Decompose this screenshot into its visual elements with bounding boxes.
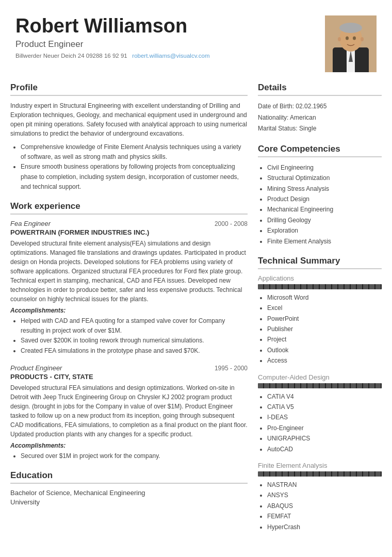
list-item: Microsoft Word xyxy=(267,292,382,303)
list-item: Structural Optimization xyxy=(267,173,382,183)
list-item: Ensure smooth business operations by fol… xyxy=(21,162,248,192)
list-item: Mining Stress Analysis xyxy=(267,184,382,194)
fea-list: NASTRAN ANSYS ABAQUS FEMFAT HyperCrash xyxy=(258,480,382,532)
accomplishments-list-1: Helped with CAD and FEA quoting for a st… xyxy=(10,316,248,356)
detail-dob: Date of Birth: 02.02.1965 xyxy=(258,101,382,112)
left-column: Profile Industry expert in Structural En… xyxy=(10,83,248,547)
candidate-name: Robert Williamson xyxy=(15,15,209,37)
fea-title: Finite Element Analysis xyxy=(258,462,382,469)
candidate-contact: Billwerder Neuer Deich 24 09288 16 92 91… xyxy=(15,53,209,59)
job-desc-1: Developed structural finite element anal… xyxy=(10,239,248,304)
core-competencies-section: Core Competencies Civil Engineering Stru… xyxy=(258,144,382,247)
cad-list: CATIA V4 CATIA V5 I-DEAS Pro-Engineer UN… xyxy=(258,391,382,454)
list-item: Exploration xyxy=(267,225,382,236)
svg-point-7 xyxy=(353,37,356,40)
detail-nationality: Nationality: American xyxy=(258,112,382,124)
detail-marital: Marital Status: Single xyxy=(258,123,382,135)
education-section: Education Bachelor of Science, Mechanica… xyxy=(10,470,248,506)
list-item: Civil Engineering xyxy=(267,162,382,173)
list-item: NASTRAN xyxy=(267,480,382,490)
profile-title: Profile xyxy=(10,83,248,96)
job-title-2: Product Engineer xyxy=(10,364,62,372)
list-item: UNIGRAPHICS xyxy=(267,433,382,444)
list-item: AutoCAD xyxy=(267,444,382,454)
cad-title: Computer-Aided Design xyxy=(258,373,382,381)
list-item: Pro-Engineer xyxy=(267,423,382,433)
details-title: Details xyxy=(258,83,382,96)
company-name-1: POWERTRAIN (FORMER INDUSTRIES INC.) xyxy=(10,228,248,236)
resume-page: Robert Williamson Product Engineer Billw… xyxy=(0,0,392,557)
technical-summary-section: Technical Summary Applications Microsoft… xyxy=(258,256,382,532)
accomplishments-list-2: Secured over $1M in project work for the… xyxy=(10,451,248,461)
svg-point-8 xyxy=(338,37,341,41)
list-item: Comprehensive knowledge of Finite Elemen… xyxy=(21,142,248,162)
applications-skill-bar xyxy=(258,284,382,289)
work-experience-title: Work experience xyxy=(10,201,248,215)
list-item: Mechanical Engineering xyxy=(267,204,382,215)
contact-address: Billwerder Neuer Deich 24 09288 16 92 91 xyxy=(15,53,127,59)
list-item: Outlook xyxy=(267,345,382,355)
job-title-1: Fea Engineer xyxy=(10,220,51,227)
job-dates-2: 1995 - 2000 xyxy=(215,365,248,372)
edu-degree: Bachelor of Science, Mechanical Engineer… xyxy=(10,489,248,497)
profile-bullets: Comprehensive knowledge of Finite Elemen… xyxy=(10,142,248,192)
list-item: FEMFAT xyxy=(267,511,382,521)
svg-point-6 xyxy=(346,37,349,40)
job-entry-1: Fea Engineer 2000 - 2008 POWERTRAIN (FOR… xyxy=(10,220,248,356)
accomplishments-title-1: Accomplishments: xyxy=(10,307,248,314)
list-item: CATIA V4 xyxy=(267,391,382,402)
list-item: ABAQUS xyxy=(267,501,382,511)
core-competencies-title: Core Competencies xyxy=(258,144,382,157)
list-item: ANSYS xyxy=(267,490,382,500)
svg-point-5 xyxy=(339,23,362,33)
job-header-2: Product Engineer 1995 - 2000 xyxy=(10,364,248,372)
competencies-list: Civil Engineering Structural Optimizatio… xyxy=(258,162,382,247)
applications-subsection: Applications Microsoft Word Excel PowerP… xyxy=(258,274,382,366)
svg-point-9 xyxy=(361,37,364,41)
profile-text: Industry expert in Structural Engineerin… xyxy=(10,101,248,138)
contact-email[interactable]: robert.williams@visualcv.com xyxy=(132,53,209,59)
fea-skill-bar xyxy=(258,471,382,477)
list-item: Project xyxy=(267,334,382,345)
list-item: Excel xyxy=(267,303,382,313)
job-entry-2: Product Engineer 1995 - 2000 PRODUCTS - … xyxy=(10,364,248,461)
details-list: Date of Birth: 02.02.1965 Nationality: A… xyxy=(258,101,382,135)
profile-section: Profile Industry expert in Structural En… xyxy=(10,83,248,192)
job-dates-1: 2000 - 2008 xyxy=(215,220,248,227)
list-item: Publisher xyxy=(267,324,382,334)
cad-subsection: Computer-Aided Design CATIA V4 CATIA V5 … xyxy=(258,373,382,454)
header-left: Robert Williamson Product Engineer Billw… xyxy=(15,15,209,59)
list-item: Product Design xyxy=(267,194,382,204)
list-item: CATIA V5 xyxy=(267,402,382,412)
job-desc-2: Developed structural FEA simulations and… xyxy=(10,383,248,439)
candidate-title: Product Engineer xyxy=(15,39,209,50)
candidate-photo xyxy=(325,15,377,72)
details-section: Details Date of Birth: 02.02.1965 Nation… xyxy=(258,83,382,135)
list-item: Finite Element Analysis xyxy=(267,236,382,247)
right-column: Details Date of Birth: 02.02.1965 Nation… xyxy=(258,83,382,547)
cad-skill-bar xyxy=(258,383,382,388)
list-item: Saved over $200K in tooling rework throu… xyxy=(21,336,248,346)
accomplishments-title-2: Accomplishments: xyxy=(10,442,248,449)
technical-summary-title: Technical Summary xyxy=(258,256,382,269)
list-item: Secured over $1M in project work for the… xyxy=(21,451,248,461)
list-item: Access xyxy=(267,355,382,366)
fea-subsection: Finite Element Analysis NASTRAN ANSYS AB… xyxy=(258,462,382,532)
list-item: PowerPoint xyxy=(267,314,382,324)
applications-list: Microsoft Word Excel PowerPoint Publishe… xyxy=(258,292,382,366)
applications-title: Applications xyxy=(258,274,382,282)
list-item: I-DEAS xyxy=(267,412,382,422)
education-title: Education xyxy=(10,470,248,484)
main-content: Profile Industry expert in Structural En… xyxy=(0,83,392,557)
list-item: Drilling Geology xyxy=(267,215,382,225)
list-item: Created FEA simulations in the prototype… xyxy=(21,346,248,356)
list-item: HyperCrash xyxy=(267,522,382,532)
job-header-1: Fea Engineer 2000 - 2008 xyxy=(10,220,248,227)
work-experience-section: Work experience Fea Engineer 2000 - 2008… xyxy=(10,201,248,461)
edu-school: University xyxy=(10,498,248,506)
company-name-2: PRODUCTS - CITY, STATE xyxy=(10,373,248,381)
header-section: Robert Williamson Product Engineer Billw… xyxy=(0,0,392,83)
list-item: Helped with CAD and FEA quoting for a st… xyxy=(21,316,248,336)
